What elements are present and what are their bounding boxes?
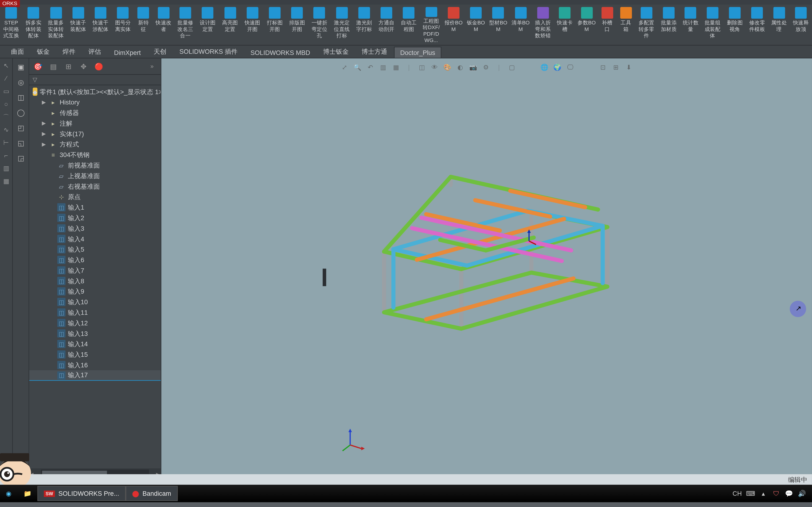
tree-item-20[interactable]: ◫输入11 [29, 307, 161, 318]
ribbon-9[interactable]: 设计图定置 [196, 5, 219, 45]
view-prev-icon[interactable]: ↶ [365, 62, 376, 72]
feat-revolve-icon[interactable]: ◎ [14, 76, 27, 89]
view-section-icon[interactable]: ▥ [378, 62, 388, 72]
taskbar-bandicam-button[interactable]: ⬤ Bandicam [125, 486, 177, 501]
tree-item-14[interactable]: ◫输入5 [29, 244, 161, 255]
tray-shield-icon[interactable]: 🛡 [772, 490, 780, 498]
tool-fillet-icon[interactable]: ⌐ [1, 151, 11, 160]
tab-曲面[interactable]: 曲面 [5, 45, 30, 58]
tab-天创[interactable]: 天创 [147, 45, 173, 58]
tool-pattern-icon[interactable]: ▦ [1, 176, 11, 186]
ribbon-36[interactable]: 快速释放顶 [790, 5, 812, 45]
ribbon-25[interactable]: 快速卡槽 [554, 5, 575, 45]
tree-item-8[interactable]: ▱右视基准面 [29, 181, 161, 191]
view-globe1-icon[interactable]: 🌐 [539, 62, 550, 72]
tree-item-0[interactable]: ▶▸History [29, 97, 161, 108]
filter-icon[interactable]: ▽ [33, 76, 37, 83]
tree-item-3[interactable]: ▶▸实体(17) [29, 128, 161, 139]
ribbon-21[interactable]: 钣金BOM [465, 5, 487, 45]
view-scene-icon[interactable]: ◐ [455, 62, 466, 72]
tool-cursor-icon[interactable]: ↖ [1, 61, 11, 70]
view-screen-icon[interactable]: 🖵 [565, 62, 576, 72]
expand-icon[interactable]: ▶ [41, 141, 47, 147]
view-extra2-icon[interactable]: ⊞ [611, 62, 621, 72]
view-camera-icon[interactable]: 📷 [468, 62, 478, 72]
view-zoom-window-icon[interactable]: 🔍 [352, 62, 363, 72]
ribbon-20[interactable]: 报价BOM [443, 5, 465, 45]
tree-tab-features-icon[interactable]: 🎯 [33, 61, 43, 72]
ribbon-31[interactable]: 统计数量 [680, 5, 701, 45]
tree-item-10[interactable]: ◫输入1 [29, 202, 161, 213]
tree-tab-appear-icon[interactable]: 🔴 [94, 61, 104, 72]
tree-item-15[interactable]: ◫输入6 [29, 255, 161, 265]
tree-item-1[interactable]: ▸传感器 [29, 108, 161, 118]
taskbar-solidworks-button[interactable]: SW SOLIDWORKS Pre... [37, 486, 125, 501]
ribbon-30[interactable]: 批量添加材质 [658, 5, 680, 45]
ribbon-11[interactable]: 快速图开图 [241, 5, 264, 45]
tree-item-22[interactable]: ◫输入13 [29, 328, 161, 339]
ribbon-17[interactable]: 方通自动剖开 [375, 5, 398, 45]
tree-tab-display-icon[interactable]: ⊞ [63, 61, 74, 72]
view-settings-icon[interactable]: ⚙ [481, 62, 491, 72]
tree-item-23[interactable]: ◫输入14 [29, 339, 161, 349]
expand-icon[interactable]: ▶ [41, 120, 47, 126]
ribbon-27[interactable]: 补槽口 [598, 5, 616, 45]
taskbar-explorer-button[interactable]: 📁 [18, 486, 38, 501]
feat-extrude-icon[interactable]: ▣ [14, 61, 27, 74]
ribbon-16[interactable]: 激光刻字打标 [353, 5, 375, 45]
tray-vol-icon[interactable]: 🔊 [798, 490, 806, 498]
tree-item-5[interactable]: ≡304不锈钢 [29, 150, 161, 160]
tab-DimXpert[interactable]: DimXpert [108, 47, 147, 58]
tray-lang-label[interactable]: CH [732, 490, 742, 497]
expand-icon[interactable]: ▶ [41, 131, 47, 136]
expand-icon[interactable]: ▶ [41, 99, 47, 105]
ribbon-18[interactable]: 自动工程图 [398, 5, 420, 45]
tree-item-9[interactable]: ⊹原点 [29, 191, 161, 202]
tree-item-4[interactable]: ▶▸方程式 [29, 139, 161, 150]
view-display-icon[interactable]: ◫ [417, 62, 427, 72]
view-extra1-icon[interactable]: ⊡ [598, 62, 608, 72]
tree-item-21[interactable]: ◫输入12 [29, 318, 161, 328]
ribbon-19[interactable]: 工程图转DXF/PDF/DWG... [420, 5, 443, 45]
tray-up-icon[interactable]: ▴ [759, 490, 768, 498]
tray-keyboard-icon[interactable]: ⌨ [747, 490, 755, 498]
tray-chat-icon[interactable]: 💬 [785, 490, 793, 498]
feat-draft-icon[interactable]: ◲ [14, 152, 27, 165]
tree-item-2[interactable]: ▶▸注解 [29, 118, 161, 129]
tree-expand-icon[interactable]: » [147, 61, 157, 72]
feat-rib-icon[interactable]: ◱ [14, 136, 27, 150]
panel-splitter[interactable] [322, 269, 326, 286]
ribbon-5[interactable]: 图号分离实体 [112, 5, 134, 45]
ribbon-29[interactable]: 多配置转多零件 [635, 5, 658, 45]
ribbon-6[interactable]: 新特征 [134, 5, 153, 45]
tab-焊件[interactable]: 焊件 [56, 45, 82, 58]
tool-line-icon[interactable]: ∕ [1, 73, 11, 83]
view-orient-icon[interactable]: ▦ [391, 62, 401, 72]
feat-cut-icon[interactable]: ◫ [14, 91, 27, 104]
ribbon-2[interactable]: 批量多实体转装配体 [45, 5, 67, 45]
tab-博士钣金[interactable]: 博士钣金 [316, 45, 355, 58]
tree-item-12[interactable]: ◫输入3 [29, 223, 161, 233]
tree-item-13[interactable]: ◫输入4 [29, 233, 161, 244]
ribbon-7[interactable]: 快速改者 [153, 5, 174, 45]
tree-tab-move-icon[interactable]: ✥ [78, 61, 89, 72]
tab-博士方通[interactable]: 博士方通 [355, 45, 394, 58]
ribbon-13[interactable]: 排版图开图 [286, 5, 308, 45]
view-box-icon[interactable]: ▢ [507, 62, 517, 72]
tree-item-24[interactable]: ◫输入15 [29, 349, 161, 360]
ribbon-4[interactable]: 快速干涉配体 [90, 5, 112, 45]
tool-rect-icon[interactable]: ▭ [1, 87, 11, 96]
tree-item-26[interactable]: ◫输入17 [29, 370, 161, 381]
tool-spline-icon[interactable]: ∿ [1, 125, 11, 134]
ribbon-32[interactable]: 批量组成装配体 [701, 5, 724, 45]
tree-root-part[interactable]: ◆ 零件1 (默认<按加工><<默认>_显示状态 1> [29, 87, 161, 97]
tree-item-11[interactable]: ◫输入2 [29, 213, 161, 223]
view-extra3-icon[interactable]: ⬇ [623, 62, 634, 72]
tree-item-25[interactable]: ◫输入16 [29, 360, 161, 371]
ribbon-28[interactable]: 工具箱 [616, 5, 635, 45]
ribbon-0[interactable]: STEP中间格式互换 [0, 5, 22, 45]
ribbon-8[interactable]: 批量修改名三合一 [174, 5, 196, 45]
tree-item-17[interactable]: ◫输入8 [29, 276, 161, 286]
view-zoom-fit-icon[interactable]: ⤢ [339, 62, 350, 72]
ribbon-26[interactable]: 参数BOM [575, 5, 598, 45]
